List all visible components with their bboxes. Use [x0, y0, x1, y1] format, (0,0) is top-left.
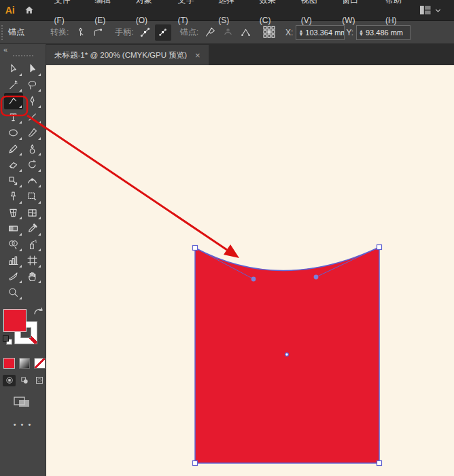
- anchor-point-tool[interactable]: [4, 93, 23, 109]
- corner-handles-button[interactable]: [237, 24, 254, 41]
- lasso-icon: [27, 79, 38, 91]
- reference-point-locator[interactable]: [262, 25, 277, 40]
- hand-tool[interactable]: [23, 269, 42, 285]
- anchor-point[interactable]: [193, 246, 198, 251]
- draw-normal-button[interactable]: [3, 375, 16, 386]
- workspace-switcher[interactable]: [419, 5, 442, 16]
- rotate-tool[interactable]: [23, 157, 42, 173]
- corner-handles-icon: [240, 26, 251, 38]
- change-screen-mode-icon[interactable]: [13, 396, 33, 411]
- perspective-grid-tool[interactable]: [4, 205, 23, 221]
- home-icon[interactable]: [20, 5, 38, 16]
- panel-grabber[interactable]: [1, 25, 4, 40]
- remove-anchor-icon: [222, 26, 234, 38]
- anchor-option-groups: 转换:手柄:锚点:: [42, 24, 254, 41]
- zoom-tool[interactable]: [4, 285, 23, 301]
- artboard-scene: [46, 65, 454, 476]
- edit-toolbar-button[interactable]: • • •: [14, 420, 33, 428]
- drawing-mode-buttons: [0, 375, 46, 386]
- group-label: 手柄:: [115, 26, 133, 38]
- canvas[interactable]: [46, 65, 454, 476]
- width-tool[interactable]: [23, 173, 42, 189]
- hand-icon: [27, 271, 38, 282]
- draw-inside-button[interactable]: [33, 375, 46, 386]
- anchor-point[interactable]: [377, 245, 382, 250]
- symbol-sprayer-tool[interactable]: [23, 237, 42, 253]
- eyedropper-tool[interactable]: [23, 221, 42, 237]
- selection-tool[interactable]: [23, 61, 42, 77]
- cut-path-button[interactable]: [202, 24, 218, 41]
- direct-selection-tool[interactable]: [4, 61, 23, 77]
- lasso-tool[interactable]: [23, 77, 42, 94]
- puppet-pin-icon: [7, 191, 19, 202]
- none-button[interactable]: [34, 358, 46, 369]
- column-graph-tool[interactable]: [4, 253, 23, 269]
- paintbrush-tool[interactable]: [23, 125, 42, 141]
- flyout-triangle: [19, 249, 22, 251]
- mesh-tool[interactable]: [23, 205, 42, 221]
- panel-drag-handle[interactable]: [13, 55, 33, 57]
- handle-dot[interactable]: [314, 275, 319, 280]
- handle-dot[interactable]: [251, 277, 256, 282]
- flyout-triangle: [38, 217, 41, 219]
- pen-tool[interactable]: [23, 93, 42, 109]
- workspace-layout-icon: [419, 5, 432, 16]
- flyout-triangle: [19, 265, 22, 268]
- blob-brush-tool[interactable]: [23, 141, 42, 158]
- document-tab[interactable]: 未标题-1* @ 200% (CMYK/GPU 预览) ×: [46, 45, 209, 65]
- fill-stroke-controls: [0, 305, 46, 355]
- line-icon: [27, 111, 38, 123]
- free-transform-icon: [27, 191, 38, 202]
- scale-tool[interactable]: [4, 173, 23, 189]
- color-button[interactable]: [3, 358, 15, 369]
- arrow-hollow-icon: [7, 63, 19, 75]
- close-tab-icon[interactable]: ×: [195, 51, 200, 60]
- shape-builder-tool[interactable]: [4, 237, 23, 253]
- flyout-triangle: [19, 73, 22, 76]
- tool-grid: [0, 61, 46, 301]
- center-point: [285, 353, 289, 356]
- color-type-buttons: [0, 358, 46, 369]
- hide-handles-button[interactable]: [155, 24, 171, 41]
- column-graph-icon: [7, 255, 19, 266]
- remove-anchor-button[interactable]: [220, 24, 236, 41]
- convert-to-corner-button[interactable]: [72, 24, 88, 41]
- flyout-triangle: [38, 233, 41, 236]
- flyout-triangle: [38, 201, 41, 204]
- pencil-tool[interactable]: [4, 141, 23, 158]
- flyout-triangle: [38, 121, 41, 124]
- x-coordinate-field[interactable]: ▲▼ 103.364 mm: [296, 25, 345, 40]
- gradient-tool[interactable]: [4, 221, 23, 237]
- line-segment-tool[interactable]: [23, 109, 42, 126]
- eraser-tool[interactable]: [4, 157, 23, 173]
- y-value: 93.486 mm: [366, 29, 403, 37]
- flyout-triangle: [38, 137, 41, 140]
- collapse-panel-icon[interactable]: «: [0, 44, 46, 54]
- type-tool[interactable]: [4, 109, 23, 126]
- puppet-warp-tool[interactable]: [4, 189, 23, 205]
- ellipse-tool[interactable]: [4, 125, 23, 141]
- anchor-point[interactable]: [377, 461, 382, 466]
- y-stepper[interactable]: ▲▼: [357, 29, 366, 36]
- y-coordinate-field[interactable]: ▲▼ 93.486 mm: [356, 25, 411, 40]
- flyout-triangle: [38, 249, 41, 251]
- convert-to-smooth-button[interactable]: [90, 24, 106, 41]
- flyout-triangle: [38, 169, 41, 172]
- anchor-point[interactable]: [193, 461, 198, 466]
- gradient-button[interactable]: [19, 358, 31, 369]
- slice-tool[interactable]: [4, 269, 23, 285]
- default-fill-stroke-icon[interactable]: [3, 335, 12, 345]
- magic-wand-tool[interactable]: [4, 77, 23, 94]
- show-handles-button[interactable]: [137, 24, 154, 41]
- document-tab-bar: 未标题-1* @ 200% (CMYK/GPU 预览) ×: [46, 44, 454, 65]
- free-transform-tool[interactable]: [23, 189, 42, 205]
- x-stepper[interactable]: ▲▼: [296, 29, 305, 36]
- fill-swatch[interactable]: [3, 309, 27, 332]
- swap-fill-stroke-icon[interactable]: [33, 307, 43, 316]
- type-icon: [7, 111, 19, 123]
- tools-panel: «: [0, 44, 46, 476]
- flyout-triangle: [19, 169, 22, 172]
- illustrator-logo: Ai: [0, 5, 20, 16]
- draw-behind-button[interactable]: [18, 375, 31, 386]
- artboard-tool[interactable]: [23, 253, 42, 269]
